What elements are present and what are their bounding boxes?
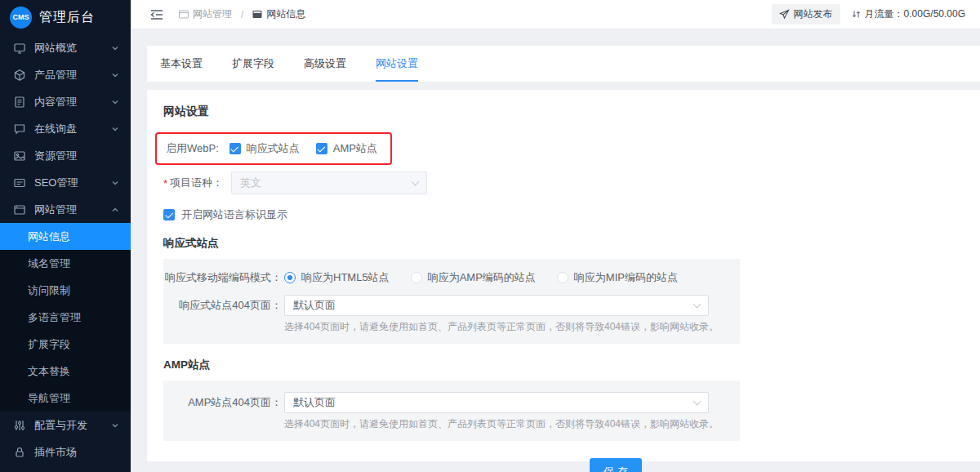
checkbox-checked-icon[interactable]: [163, 209, 175, 220]
save-row: 保存: [163, 458, 964, 472]
sidebar-item-site-overview[interactable]: 网站概览: [0, 34, 131, 61]
language-select-value: 英文: [240, 176, 261, 190]
radio-html5-site[interactable]: 响应为HTML5站点: [284, 270, 390, 285]
amp-site-panel: AMP站点404页面： 默认页面 选择404页面时，请避免使用如首页、产品列表页…: [163, 381, 740, 441]
monthly-traffic: 月流量：0.00G/50.00G: [852, 7, 965, 21]
responsive-404-label: 响应式站点404页面：: [163, 298, 282, 313]
amp-404-label: AMP站点404页面：: [163, 395, 282, 410]
tab-extended-fields[interactable]: 扩展字段: [232, 46, 274, 82]
radio-amp-encoded-site[interactable]: 响应为AMP编码的站点: [411, 270, 536, 285]
site-publish-button[interactable]: 网站发布: [772, 4, 840, 24]
sliders-icon: [13, 419, 26, 432]
chevron-down-icon: [110, 421, 120, 430]
radio-selected-icon[interactable]: [284, 272, 296, 283]
sidebar-item-products[interactable]: 产品管理: [0, 61, 131, 88]
chevron-up-icon: [110, 205, 120, 215]
sidebar-item-inquiry[interactable]: 在线询盘: [0, 115, 131, 142]
responsive-404-hint: 选择404页面时，请避免使用如首页、产品列表页等正常页面，否则将导致404错误，…: [284, 320, 740, 334]
responsive-site-title: 响应式站点: [163, 236, 964, 251]
browser-icon: [13, 203, 26, 216]
amp-404-hint: 选择404页面时，请避免使用如首页、产品列表页等正常页面，否则将导致404错误，…: [284, 417, 740, 431]
sidebar-item-label: 在线询盘: [34, 122, 110, 136]
encode-mode-row: 响应式移动端编码模式： 响应为HTML5站点 响应为AMP编码的站点: [163, 270, 740, 285]
website-settings-card: 网站设置 启用WebP: 响应式站点 AMP站点 * 项目语种：: [147, 90, 980, 461]
language-row: * 项目语种： 英文: [163, 171, 964, 194]
sidebar-item-label: 网站概览: [34, 41, 110, 56]
radio-mip-encoded-site[interactable]: 响应为MIP编码的站点: [557, 270, 678, 285]
responsive-404-value: 默认页面: [293, 298, 336, 313]
save-button[interactable]: 保存: [590, 458, 642, 472]
sidebar-item-seo[interactable]: SEO管理: [0, 169, 131, 196]
language-label: 项目语种：: [170, 176, 223, 190]
checkbox-amp-site[interactable]: AMP站点: [316, 141, 377, 156]
menu-fold-icon[interactable]: [149, 7, 164, 22]
sidebar-item-label: SEO管理: [34, 176, 110, 190]
encode-mode-label: 响应式移动端编码模式：: [163, 270, 282, 285]
sidebar: CMS 管理后台 网站概览 产品管理 内容管理: [0, 0, 131, 472]
webp-highlight-box: 启用WebP: 响应式站点 AMP站点: [155, 132, 392, 165]
cms-logo: CMS: [10, 7, 32, 29]
seo-screen-icon: [13, 176, 26, 189]
submenu-item-domains[interactable]: 域名管理: [0, 250, 131, 277]
chevron-down-icon: [110, 70, 120, 80]
settings-tab-bar: 基本设置 扩展字段 高级设置 网站设置: [147, 46, 980, 82]
sidebar-item-website[interactable]: 网站管理: [0, 196, 131, 223]
traffic-label: 月流量：0.00G/50.00G: [865, 7, 965, 21]
tab-website-settings[interactable]: 网站设置: [376, 46, 418, 82]
radio-unselected-icon[interactable]: [557, 272, 568, 283]
plugin-lock-icon: [13, 446, 26, 459]
submenu-item-ext-fields[interactable]: 扩展字段: [0, 331, 131, 358]
chevron-down-icon: [110, 178, 120, 188]
sidebar-item-label: 产品管理: [34, 68, 110, 82]
sidebar-item-plugin-market[interactable]: 插件市场: [0, 439, 131, 465]
submenu-item-text-replace[interactable]: 文本替换: [0, 358, 131, 385]
encode-mode-radio-group: 响应为HTML5站点 响应为AMP编码的站点 响应为MIP编码的站点: [284, 270, 678, 285]
monitor-icon: [13, 42, 26, 55]
sidebar-item-content[interactable]: 内容管理: [0, 88, 131, 115]
sidebar-item-label: 内容管理: [34, 95, 110, 109]
radio-unselected-icon[interactable]: [411, 272, 422, 283]
breadcrumb-site-manage[interactable]: 网站管理: [193, 7, 232, 21]
amp-404-select[interactable]: 默认页面: [284, 392, 709, 413]
chevron-down-icon: [412, 178, 420, 186]
submenu-item-site-info[interactable]: 网站信息: [0, 223, 131, 250]
submenu-item-nav-manage[interactable]: 导航管理: [0, 385, 131, 412]
submenu-item-access-limit[interactable]: 访问限制: [0, 277, 131, 304]
breadcrumb: 网站管理 / 网站信息: [179, 7, 305, 21]
image-icon: [13, 149, 26, 163]
responsive-404-select[interactable]: 默认页面: [284, 295, 709, 316]
checkbox-checked-icon[interactable]: [316, 143, 327, 154]
chevron-down-icon: [693, 398, 702, 406]
checkbox-checked-icon[interactable]: [229, 143, 241, 154]
sidebar-item-config-dev[interactable]: 配置与开发: [0, 412, 131, 439]
chevron-down-icon: [110, 124, 120, 134]
content-doc-icon: [13, 96, 26, 109]
section-title: 网站设置: [163, 105, 964, 119]
logo-row: CMS 管理后台: [0, 0, 131, 34]
browser-icon: [252, 10, 262, 19]
checkbox-responsive-site[interactable]: 响应式站点: [229, 141, 300, 156]
checkbox-label: 响应式站点: [247, 141, 300, 156]
breadcrumb-separator: /: [241, 9, 243, 20]
required-asterisk: *: [163, 177, 167, 189]
lang-flag-row[interactable]: 开启网站语言标识显示: [163, 207, 964, 222]
language-select[interactable]: 英文: [231, 171, 427, 194]
submenu-item-multilang[interactable]: 多语言管理: [0, 304, 131, 331]
tab-basic-settings[interactable]: 基本设置: [160, 46, 203, 82]
chevron-down-icon: [110, 97, 120, 107]
app-title: 管理后台: [39, 9, 95, 26]
amp-404-row: AMP站点404页面： 默认页面: [163, 392, 740, 413]
lang-flag-label: 开启网站语言标识显示: [181, 207, 287, 222]
chat-bubble-icon: [13, 122, 26, 136]
content-area: 基本设置 扩展字段 高级设置 网站设置 网站设置 启用WebP: 响应式站点 A…: [131, 29, 980, 472]
amp-site-title: AMP站点: [163, 358, 964, 372]
tab-advanced-settings[interactable]: 高级设置: [304, 46, 346, 82]
radio-label: 响应为MIP编码的站点: [574, 270, 678, 285]
chevron-down-icon: [110, 43, 120, 53]
radio-label: 响应为AMP编码的站点: [428, 270, 536, 285]
responsive-site-panel: 响应式移动端编码模式： 响应为HTML5站点 响应为AMP编码的站点: [163, 259, 740, 344]
sidebar-item-label: 网站管理: [34, 203, 110, 217]
sidebar-item-resources[interactable]: 资源管理: [0, 142, 131, 169]
browser-icon: [179, 10, 189, 19]
topbar: 网站管理 / 网站信息 网站发布 月流量：0.00G/50.00G: [131, 0, 980, 29]
